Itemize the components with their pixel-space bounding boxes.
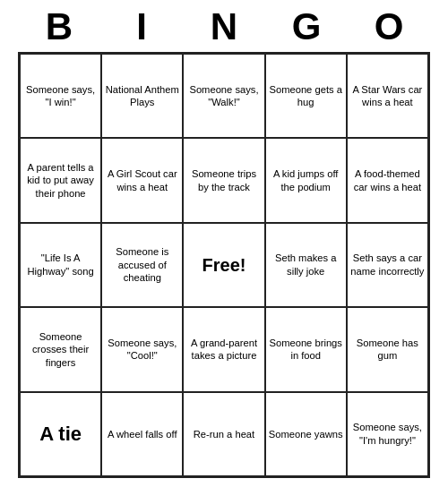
cell-r2-c0[interactable]: "Life Is A Highway" song: [20, 223, 101, 307]
cell-r4-c4[interactable]: Someone says, "I'm hungry!": [347, 392, 428, 476]
cell-r2-c2[interactable]: Free!: [183, 223, 264, 307]
bingo-grid: Someone says, "I win!"National Anthem Pl…: [18, 52, 430, 478]
letter-o: O: [353, 5, 425, 48]
cell-r3-c4[interactable]: Someone has gum: [347, 307, 428, 391]
cell-r0-c2[interactable]: Someone says, "Walk!": [183, 54, 264, 138]
cell-r4-c0[interactable]: A tie: [20, 392, 101, 476]
cell-r0-c1[interactable]: National Anthem Plays: [101, 54, 183, 138]
bingo-header: B I N G O: [18, 0, 430, 52]
cell-r0-c0[interactable]: Someone says, "I win!": [20, 54, 101, 138]
letter-g: G: [271, 5, 342, 48]
cell-r2-c1[interactable]: Someone is accused of cheating: [101, 223, 183, 307]
letter-b: B: [23, 5, 95, 48]
cell-r1-c2[interactable]: Someone trips by the track: [183, 138, 264, 222]
cell-r1-c0[interactable]: A parent tells a kid to put away their p…: [20, 138, 101, 222]
cell-r1-c3[interactable]: A kid jumps off the podium: [265, 138, 347, 222]
cell-r2-c3[interactable]: Seth makes a silly joke: [265, 223, 347, 307]
cell-r2-c4[interactable]: Seth says a car name incorrectly: [347, 223, 428, 307]
cell-r1-c1[interactable]: A Girl Scout car wins a heat: [101, 138, 183, 222]
letter-i: I: [106, 5, 177, 48]
cell-r0-c3[interactable]: Someone gets a hug: [265, 54, 347, 138]
cell-r1-c4[interactable]: A food-themed car wins a heat: [347, 138, 428, 222]
cell-r0-c4[interactable]: A Star Wars car wins a heat: [347, 54, 428, 138]
cell-r3-c1[interactable]: Someone says, "Cool!": [101, 307, 183, 391]
letter-n: N: [188, 5, 260, 48]
cell-r3-c2[interactable]: A grand-parent takes a picture: [183, 307, 264, 391]
cell-r4-c2[interactable]: Re-run a heat: [183, 392, 264, 476]
cell-r4-c3[interactable]: Someone yawns: [265, 392, 347, 476]
cell-r3-c3[interactable]: Someone brings in food: [265, 307, 347, 391]
cell-r3-c0[interactable]: Someone crosses their fingers: [20, 307, 101, 391]
cell-r4-c1[interactable]: A wheel falls off: [101, 392, 183, 476]
